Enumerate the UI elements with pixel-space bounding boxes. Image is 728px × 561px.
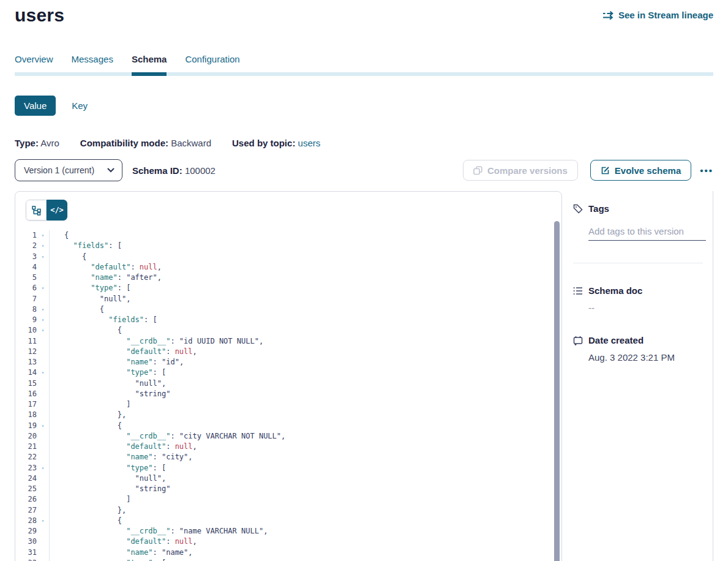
schema-doc-heading: Schema doc bbox=[573, 285, 703, 296]
chevron-down-icon bbox=[107, 168, 114, 173]
line-number: 30 bbox=[15, 537, 37, 547]
fold-spacer bbox=[37, 410, 49, 420]
code-text: "default": null, bbox=[49, 347, 197, 357]
schema-doc-value: -- bbox=[588, 303, 703, 313]
code-text: "name": "id", bbox=[49, 357, 184, 367]
fold-caret-icon[interactable]: ▾ bbox=[37, 558, 49, 561]
code-text: }, bbox=[49, 410, 126, 420]
evolve-schema-button[interactable]: Evolve schema bbox=[590, 160, 691, 181]
line-number: 12 bbox=[15, 347, 37, 357]
code-line: 3▾ { bbox=[15, 252, 561, 262]
fold-spacer bbox=[37, 452, 49, 462]
fold-caret-icon[interactable]: ▾ bbox=[37, 304, 49, 315]
tab-overview[interactable]: Overview bbox=[15, 54, 53, 72]
editor-scrollbar[interactable] bbox=[554, 221, 560, 561]
code-line: 27 }, bbox=[15, 505, 561, 516]
tab-configuration[interactable]: Configuration bbox=[185, 54, 239, 72]
code-line: 21 "default": null, bbox=[15, 442, 561, 452]
code-text: { bbox=[49, 304, 104, 315]
value-key-toggle: Value Key bbox=[15, 96, 713, 116]
fold-caret-icon[interactable]: ▾ bbox=[37, 315, 49, 325]
line-number: 1 bbox=[15, 230, 37, 241]
fold-caret-icon[interactable]: ▾ bbox=[37, 230, 49, 241]
fold-spacer bbox=[37, 294, 49, 304]
fold-caret-icon[interactable]: ▾ bbox=[37, 367, 49, 378]
date-created-heading: Date created bbox=[573, 335, 703, 345]
tree-view-icon[interactable] bbox=[26, 200, 47, 220]
topic-link[interactable]: users bbox=[298, 138, 321, 148]
line-number: 21 bbox=[15, 442, 37, 452]
line-number: 2 bbox=[15, 241, 37, 251]
type-label: Type: bbox=[15, 138, 39, 148]
line-number: 11 bbox=[15, 336, 37, 347]
fold-spacer bbox=[37, 431, 49, 442]
compatibility-meta: Compatibility mode: Backward bbox=[80, 138, 211, 148]
tab-schema[interactable]: Schema bbox=[132, 54, 167, 76]
fold-caret-icon[interactable]: ▾ bbox=[37, 241, 49, 251]
code-view-icon[interactable]: </> bbox=[47, 200, 67, 220]
schema-doc-title: Schema doc bbox=[588, 285, 642, 296]
topic-label: Used by topic: bbox=[232, 138, 295, 148]
code-line: 2▾ "fields": [ bbox=[15, 241, 561, 251]
fold-spacer bbox=[37, 389, 49, 399]
more-ellipsis-icon[interactable]: ••• bbox=[700, 165, 713, 176]
line-number: 29 bbox=[15, 526, 37, 537]
fold-caret-icon[interactable]: ▾ bbox=[37, 463, 49, 473]
fold-caret-icon[interactable]: ▾ bbox=[37, 516, 49, 526]
lineage-link-label: See in Stream lineage bbox=[618, 10, 713, 20]
code-line: 31 "name": "name", bbox=[15, 548, 561, 558]
schema-main: </> 1▾{2▾ "fields": [3▾ {4 "default": nu… bbox=[15, 191, 713, 561]
key-toggle-button[interactable]: Key bbox=[72, 100, 88, 111]
evolve-schema-label: Evolve schema bbox=[615, 165, 681, 176]
fold-caret-icon[interactable]: ▾ bbox=[37, 252, 49, 262]
code-line: 28▾ { bbox=[15, 516, 561, 526]
code-text: "fields": [ bbox=[49, 315, 157, 325]
line-number: 22 bbox=[15, 452, 37, 462]
fold-spacer bbox=[37, 537, 49, 547]
line-number: 17 bbox=[15, 399, 37, 410]
code-text: ] bbox=[49, 494, 130, 505]
code-line: 5 "name": "after", bbox=[15, 273, 561, 283]
code-text: "type": [ bbox=[49, 558, 166, 561]
fold-caret-icon[interactable]: ▾ bbox=[37, 421, 49, 431]
code-line: 9▾ "fields": [ bbox=[15, 315, 561, 325]
code-line: 23▾ "type": [ bbox=[15, 463, 561, 473]
code-text: "name": "city", bbox=[49, 452, 193, 462]
see-in-stream-lineage-link[interactable]: See in Stream lineage bbox=[602, 10, 713, 20]
code-line: 8▾ { bbox=[15, 304, 561, 315]
line-number: 23 bbox=[15, 463, 37, 473]
date-created-title: Date created bbox=[588, 335, 644, 345]
code-line: 4 "default": null, bbox=[15, 262, 561, 273]
fold-spacer bbox=[37, 473, 49, 484]
version-select-value: Version 1 (current) bbox=[24, 165, 94, 175]
calendar-add-icon bbox=[573, 336, 583, 345]
edit-icon bbox=[601, 166, 610, 175]
fold-spacer bbox=[37, 347, 49, 357]
compare-versions-button[interactable]: Compare versions bbox=[463, 160, 578, 181]
version-select[interactable]: Version 1 (current) bbox=[15, 159, 122, 181]
tab-messages[interactable]: Messages bbox=[72, 54, 113, 72]
fold-spacer bbox=[37, 336, 49, 347]
used-by-topic-meta: Used by topic: users bbox=[232, 138, 320, 148]
code-line: 29 "__crdb__": "name VARCHAR NULL", bbox=[15, 526, 561, 537]
tags-input[interactable] bbox=[588, 226, 706, 241]
code-line: 12 "default": null, bbox=[15, 347, 561, 357]
tag-icon bbox=[573, 204, 583, 214]
page-header: users See in Stream lineage bbox=[15, 0, 713, 26]
fold-caret-icon[interactable]: ▾ bbox=[37, 283, 49, 293]
line-number: 10 bbox=[15, 325, 37, 336]
code-line: 19▾ { bbox=[15, 421, 561, 431]
code-text: "string" bbox=[49, 389, 170, 399]
code-line: 32▾ "type": [ bbox=[15, 558, 561, 561]
date-created-value: Aug. 3 2022 3:21 PM bbox=[588, 352, 703, 363]
fold-caret-icon[interactable]: ▾ bbox=[37, 325, 49, 336]
version-controls-row: Version 1 (current) Schema ID: 100002 Co… bbox=[15, 159, 713, 181]
code-text: ] bbox=[49, 399, 130, 410]
line-number: 16 bbox=[15, 389, 37, 399]
schema-sidebar: Tags Schema doc -- bbox=[562, 191, 713, 561]
code-content[interactable]: 1▾{2▾ "fields": [3▾ {4 "default": null,5… bbox=[15, 230, 561, 561]
code-text: "default": null, bbox=[49, 262, 162, 273]
tags-heading: Tags bbox=[573, 203, 703, 214]
value-toggle-button[interactable]: Value bbox=[15, 96, 56, 116]
code-text: "type": [ bbox=[49, 463, 166, 473]
